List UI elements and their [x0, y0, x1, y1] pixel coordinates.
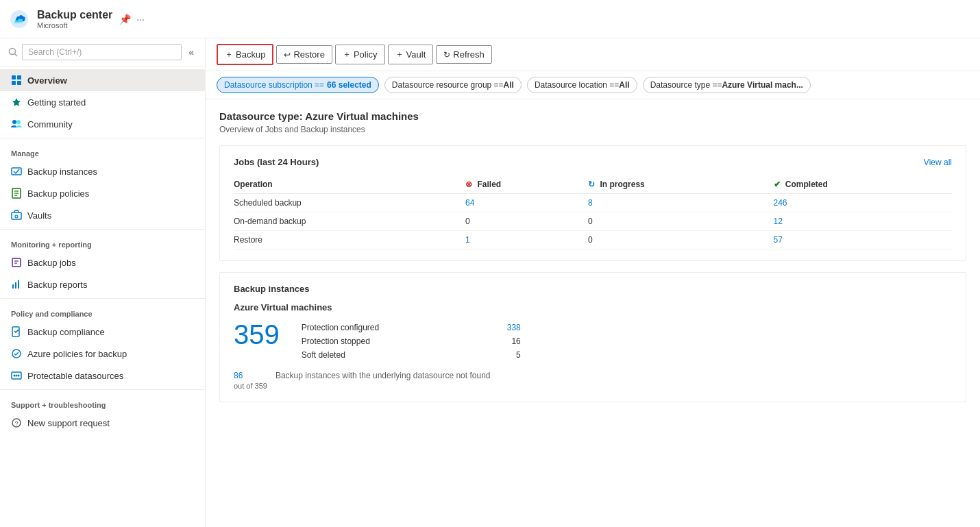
instances-card-subtitle: Azure Virtual machines — [234, 302, 952, 312]
backup-reports-icon — [11, 279, 22, 290]
svg-point-27 — [18, 375, 20, 377]
row-failed[interactable]: 1 — [465, 231, 588, 249]
sidebar-item-vaults[interactable]: Vaults — [0, 204, 205, 226]
protection-stopped-value: 16 — [511, 336, 520, 346]
sidebar-item-getting-started-label: Getting started — [27, 97, 86, 108]
sidebar-item-backup-policies-label: Backup policies — [27, 188, 89, 199]
filter-location[interactable]: Datasource location == All — [527, 77, 637, 93]
sidebar-divider-monitoring — [0, 229, 205, 230]
row-inprogress: 0 — [588, 212, 773, 231]
svg-rect-6 — [17, 81, 21, 85]
instances-card: Backup instances Azure Virtual machines … — [219, 272, 966, 402]
protectable-datasources-icon — [11, 370, 22, 381]
filter-type[interactable]: Datasource type == Azure Virtual mach... — [643, 77, 811, 93]
app-title-group: Backup center Microsoft — [37, 9, 112, 29]
sidebar-item-backup-compliance[interactable]: Backup compliance — [0, 321, 205, 343]
row-failed[interactable]: 64 — [465, 194, 588, 212]
search-box: « — [0, 38, 205, 66]
backup-jobs-icon — [11, 257, 22, 268]
restore-button[interactable]: ↩ Restore — [276, 45, 332, 64]
sidebar-item-backup-policies[interactable]: Backup policies — [0, 182, 205, 204]
svg-point-1 — [10, 49, 16, 55]
filter-subscription-value: 66 selected — [327, 80, 371, 90]
footer-count-group: 86 out of 359 — [234, 370, 267, 391]
footer-count[interactable]: 86 — [234, 371, 243, 380]
sidebar-item-protectable-datasources[interactable]: Protectable datasources — [0, 365, 205, 387]
table-row: Scheduled backup 64 8 246 — [234, 194, 952, 212]
jobs-table-header-row: Operation ⊗ Failed ↻ In progress ✔ — [234, 175, 952, 194]
sidebar-item-community-label: Community — [27, 119, 73, 130]
page-subtitle: Overview of Jobs and Backup instances — [219, 125, 966, 134]
community-icon — [11, 119, 22, 130]
svg-rect-20 — [15, 282, 16, 289]
row-failed: 0 — [465, 212, 588, 231]
row-completed[interactable]: 246 — [774, 194, 953, 212]
footer-out-of: out of 359 — [234, 382, 267, 390]
sidebar: « Overview Getting started Communi — [0, 38, 206, 527]
manage-section-label: Manage — [0, 141, 205, 160]
row-inprogress[interactable]: 8 — [588, 194, 773, 212]
svg-rect-4 — [17, 75, 21, 79]
svg-rect-3 — [12, 75, 16, 79]
jobs-card-header: Jobs (last 24 Hours) View all — [234, 157, 952, 167]
sidebar-item-azure-policies[interactable]: Azure policies for backup — [0, 343, 205, 365]
col-operation: Operation — [234, 175, 465, 194]
instances-card-title: Backup instances — [234, 284, 952, 294]
backup-compliance-icon — [11, 326, 22, 337]
filter-resource-group-label: Datasource resource group == — [392, 80, 504, 90]
main-layout: « Overview Getting started Communi — [0, 38, 980, 527]
row-completed[interactable]: 57 — [774, 231, 953, 249]
collapse-button[interactable]: « — [186, 45, 197, 59]
svg-point-15 — [15, 215, 18, 218]
policy-section-label: Policy and compliance — [0, 302, 205, 321]
jobs-card-title: Jobs (last 24 Hours) — [234, 157, 319, 167]
sidebar-item-backup-instances[interactable]: Backup instances — [0, 160, 205, 182]
svg-rect-5 — [12, 81, 16, 85]
vault-button[interactable]: ＋ Vault — [388, 45, 434, 64]
footer-description-text: Backup instances with the underlying dat… — [275, 371, 491, 380]
filter-subscription[interactable]: Datasource subscription == 66 selected — [217, 77, 379, 93]
monitoring-section-label: Monitoring + reporting — [0, 232, 205, 252]
page-title: Datasource type: Azure Virtual machines — [219, 110, 966, 122]
sidebar-item-vaults-label: Vaults — [27, 210, 51, 221]
row-completed[interactable]: 12 — [774, 212, 953, 231]
svg-rect-19 — [12, 284, 14, 289]
policy-button[interactable]: ＋ Policy — [335, 45, 385, 64]
table-row: On-demand backup 0 0 12 — [234, 212, 952, 231]
getting-started-icon — [11, 97, 22, 108]
soft-deleted-label: Soft deleted — [302, 350, 345, 360]
vaults-icon — [11, 210, 22, 221]
more-icon[interactable]: ··· — [136, 14, 145, 25]
protection-configured-value[interactable]: 338 — [507, 323, 521, 332]
backup-instances-icon — [11, 166, 22, 177]
svg-rect-9 — [12, 168, 21, 175]
backup-button[interactable]: ＋ Backup — [217, 44, 273, 65]
vault-plus-icon: ＋ — [395, 49, 404, 60]
footer-description: Backup instances with the underlying dat… — [275, 370, 491, 391]
table-row: Restore 1 0 57 — [234, 231, 952, 249]
search-input[interactable] — [22, 44, 182, 60]
instances-row-configured: Protection configured 338 — [302, 321, 521, 334]
filter-resource-group[interactable]: Datasource resource group == All — [384, 77, 522, 93]
sidebar-item-backup-reports[interactable]: Backup reports — [0, 273, 205, 295]
refresh-button[interactable]: ↻ Refresh — [436, 45, 492, 64]
soft-deleted-value: 5 — [516, 350, 521, 360]
svg-line-2 — [15, 54, 18, 57]
sidebar-item-backup-jobs[interactable]: Backup jobs — [0, 252, 205, 273]
sidebar-item-backup-instances-label: Backup instances — [27, 167, 97, 177]
app-logo — [8, 8, 30, 30]
instances-row-stopped: Protection stopped 16 — [302, 334, 521, 348]
sidebar-item-community[interactable]: Community — [0, 113, 205, 135]
sidebar-item-backup-jobs-label: Backup jobs — [27, 258, 76, 268]
view-all-link[interactable]: View all — [924, 158, 952, 167]
row-inprogress: 0 — [588, 231, 773, 249]
pin-icon[interactable]: 📌 — [119, 14, 131, 25]
sidebar-item-new-support-request[interactable]: ? New support request — [0, 412, 205, 434]
sidebar-item-overview[interactable]: Overview — [0, 69, 205, 91]
azure-policies-icon — [11, 348, 22, 359]
svg-rect-21 — [18, 280, 19, 289]
sidebar-item-getting-started[interactable]: Getting started — [0, 91, 205, 113]
sidebar-item-new-support-request-label: New support request — [27, 418, 110, 428]
app-header: Backup center Microsoft 📌 ··· — [0, 0, 980, 38]
sidebar-item-backup-compliance-label: Backup compliance — [27, 327, 105, 337]
